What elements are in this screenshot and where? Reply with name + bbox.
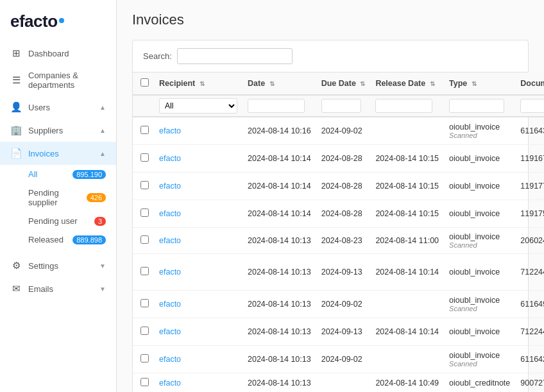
- row-type: oioubl_invoice: [444, 254, 515, 291]
- date-header[interactable]: Date ⇅: [242, 72, 316, 95]
- row-recipient: efacto: [154, 145, 242, 173]
- users-arrow: ▲: [99, 104, 106, 111]
- recipient-link[interactable]: efacto: [159, 300, 181, 309]
- row-checkbox[interactable]: [140, 181, 149, 189]
- invoices-sub-nav: All 895.190 Pending supplier 426 Pending…: [0, 165, 116, 249]
- row-check-cell: [133, 117, 154, 145]
- row-type-main: oioubl_invoice: [449, 209, 510, 218]
- row-due-date: 2024-08-28: [316, 200, 371, 228]
- row-check-cell: [133, 318, 154, 346]
- row-recipient: efacto: [154, 318, 242, 346]
- released-badge: 889.898: [72, 235, 106, 244]
- row-checkbox[interactable]: [140, 126, 149, 134]
- table-row: efacto 2024-08-14 10:13 2024-09-02 oioub…: [133, 346, 544, 373]
- recipient-link[interactable]: efacto: [159, 236, 181, 245]
- row-type-sub: Scanned: [449, 305, 510, 312]
- row-release-date: 2024-08-14 10:49: [370, 373, 444, 393]
- row-recipient: efacto: [154, 254, 242, 291]
- row-check-cell: [133, 145, 154, 173]
- recipient-link[interactable]: efacto: [159, 209, 181, 218]
- recipient-link[interactable]: efacto: [159, 327, 181, 336]
- filter-doc-no-cell: [515, 95, 544, 117]
- search-label: Search:: [143, 51, 172, 61]
- row-checkbox[interactable]: [140, 235, 149, 244]
- row-doc-no: 119167: [515, 145, 544, 173]
- row-type: oioubl_creditnote: [444, 373, 515, 393]
- row-type: oioubl_invoice: [444, 318, 515, 346]
- filter-check-cell: [133, 95, 154, 117]
- sidebar-item-companies[interactable]: ☰ Companies & departments: [0, 65, 116, 96]
- row-checkbox[interactable]: [140, 267, 149, 275]
- row-checkbox[interactable]: [140, 327, 149, 335]
- sidebar-item-dashboard[interactable]: ⊞ Dashboard: [0, 42, 116, 65]
- invoices-arrow: ▲: [99, 150, 106, 157]
- row-doc-no: 6116424: [515, 346, 544, 373]
- filter-recipient-cell: All oioubl_invoice oioubl_creditnote: [154, 95, 242, 117]
- doc-no-header[interactable]: Document No ⇅: [515, 72, 544, 95]
- filter-due-date-input[interactable]: [321, 99, 361, 113]
- filter-doc-no-input[interactable]: [520, 99, 544, 113]
- pending-supplier-label: Pending supplier: [28, 188, 81, 207]
- table-row: efacto 2024-08-14 10:16 2024-09-02 oioub…: [133, 117, 544, 145]
- check-all-header: [133, 72, 154, 95]
- row-due-date: 2024-09-13: [316, 254, 371, 291]
- row-type-main: oioubl_creditnote: [449, 379, 510, 388]
- sub-nav-released[interactable]: Released 889.898: [0, 230, 116, 249]
- released-label: Released: [28, 235, 64, 244]
- row-type-main: oioubl_invoice: [449, 268, 510, 277]
- content-area: Search: Recipient ⇅ Date: [117, 35, 544, 392]
- check-all-checkbox[interactable]: [140, 78, 149, 87]
- row-type: oioubl_invoice Scanned: [444, 346, 515, 373]
- row-checkbox[interactable]: [140, 209, 149, 217]
- row-checkbox[interactable]: [140, 299, 149, 307]
- release-date-header[interactable]: Release Date ⇅: [370, 72, 444, 95]
- due-date-header[interactable]: Due Date ⇅: [316, 72, 371, 95]
- sub-nav-pending-user[interactable]: Pending user 3: [0, 212, 116, 230]
- filter-release-date-input[interactable]: [375, 99, 432, 113]
- type-header[interactable]: Type ⇅: [444, 72, 515, 95]
- recipient-header[interactable]: Recipient ⇅: [154, 72, 242, 95]
- sidebar-item-invoices[interactable]: 📄 Invoices ▲: [0, 142, 116, 165]
- sub-nav-all[interactable]: All 895.190: [0, 165, 116, 183]
- search-input[interactable]: [177, 48, 293, 64]
- suppliers-arrow: ▲: [99, 127, 106, 134]
- row-date: 2024-08-14 10:13: [242, 291, 316, 318]
- row-due-date: 2024-09-02: [316, 346, 371, 373]
- pending-supplier-badge: 426: [87, 193, 106, 202]
- page-title: Invoices: [132, 12, 529, 28]
- filter-type-select[interactable]: All oioubl_invoice oioubl_creditnote: [159, 98, 237, 114]
- row-due-date: 2024-09-02: [316, 291, 371, 318]
- sidebar-item-emails[interactable]: ✉ Emails ▼: [0, 277, 116, 300]
- recipient-link[interactable]: efacto: [159, 355, 181, 364]
- recipient-link[interactable]: efacto: [159, 126, 181, 135]
- recipient-link[interactable]: efacto: [159, 182, 181, 191]
- row-doc-no: 6116493: [515, 291, 544, 318]
- row-recipient: efacto: [154, 346, 242, 373]
- row-due-date: 2024-08-28: [316, 173, 371, 200]
- row-doc-no: 6116430: [515, 117, 544, 145]
- filter-type-input[interactable]: [449, 99, 504, 113]
- row-date: 2024-08-14 10:14: [242, 145, 316, 173]
- row-checkbox[interactable]: [140, 378, 149, 386]
- sidebar-item-suppliers[interactable]: 🏢 Suppliers ▲: [0, 119, 116, 142]
- page-header: Invoices: [117, 0, 544, 35]
- sidebar: efacto ⊞ Dashboard ☰ Companies & departm…: [0, 0, 117, 392]
- filter-date-input[interactable]: [248, 99, 305, 113]
- recipient-link[interactable]: efacto: [159, 379, 181, 388]
- row-checkbox[interactable]: [140, 153, 149, 162]
- sidebar-item-settings[interactable]: ⚙ Settings ▼: [0, 254, 116, 277]
- row-date: 2024-08-14 10:13: [242, 228, 316, 254]
- recipient-link[interactable]: efacto: [159, 268, 181, 277]
- filter-date-cell: [242, 95, 316, 117]
- row-checkbox[interactable]: [140, 354, 149, 362]
- recipient-link[interactable]: efacto: [159, 154, 181, 163]
- settings-arrow: ▼: [99, 262, 106, 269]
- row-due-date: 2024-08-28: [316, 145, 371, 173]
- table-row: efacto 2024-08-14 10:13 2024-08-23 2024-…: [133, 228, 544, 254]
- companies-label: Companies & departments: [28, 71, 106, 90]
- row-type-main: oioubl_invoice: [449, 182, 510, 191]
- row-doc-no: 9007277: [515, 373, 544, 393]
- sub-nav-pending-supplier[interactable]: Pending supplier 426: [0, 183, 116, 212]
- type-sort-icon: ⇅: [472, 80, 477, 87]
- sidebar-item-users[interactable]: 👤 Users ▲: [0, 96, 116, 119]
